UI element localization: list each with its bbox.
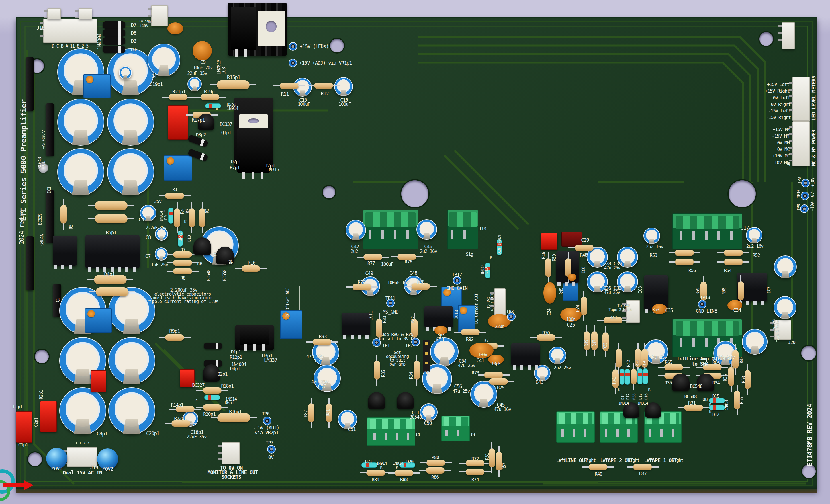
pcb-3d-viewport[interactable]: J16D C B A 11 8 2 51N4004D7D8D2D1To SW3+… [0,0,830,504]
axis-x-arrow-icon [24,480,34,490]
axis-x-arrow-icon [3,483,25,487]
pcb-board [16,17,818,491]
board-edge [16,489,818,493]
